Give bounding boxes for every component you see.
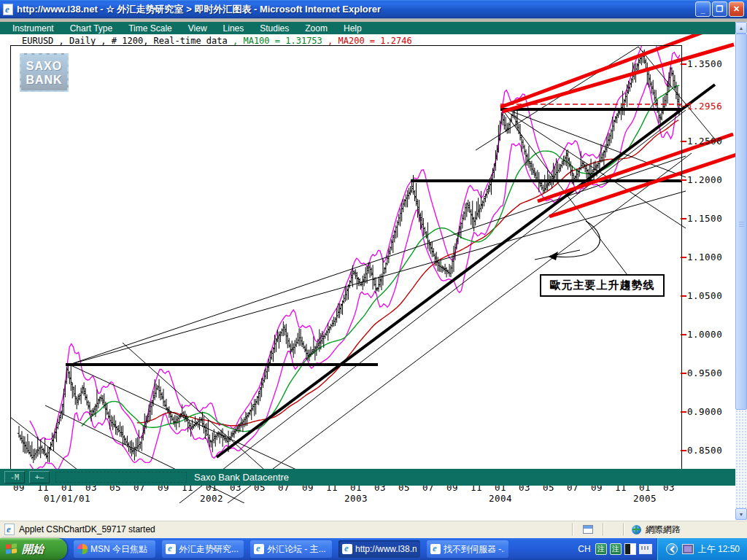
y-axis-tick-label: 1.1500 bbox=[687, 213, 722, 224]
menu-time-scale[interactable]: Time Scale bbox=[120, 23, 180, 34]
close-button[interactable]: ✕ bbox=[729, 1, 744, 17]
taskbar-item-server-not-found[interactable]: 找不到伺服器 -... bbox=[427, 540, 508, 558]
y-axis-tick-label: 0.9500 bbox=[687, 368, 722, 378]
menu-view[interactable]: View bbox=[180, 23, 215, 34]
hide-icons-chevron-icon[interactable] bbox=[666, 543, 678, 555]
x-axis-year-label: 01/01/01 bbox=[38, 493, 96, 504]
x-axis-year-label: 2002 bbox=[182, 493, 241, 504]
vertical-scrollbar[interactable]: ▲ ▼ bbox=[735, 22, 747, 520]
y-axis-tick-label: 0.9000 bbox=[687, 406, 722, 417]
window-title: http://www.l38.net - ☆ 外汇走势研究室 > 即时外汇图表 … bbox=[17, 3, 695, 16]
applet-status-icon bbox=[4, 524, 15, 535]
x-axis-year-label: 2003 bbox=[327, 493, 385, 504]
ie-icon bbox=[254, 544, 264, 554]
globe-icon bbox=[632, 525, 641, 534]
title-bar[interactable]: http://www.l38.net - ☆ 外汇走势研究室 > 即时外汇图表 … bbox=[0, 0, 747, 18]
instrument-label: EURUSD , Daily , # 1200, Real-time data bbox=[22, 36, 233, 46]
y-axis-tick-label: 1.0500 bbox=[687, 290, 722, 301]
crosshair-tool-button[interactable]: +— bbox=[29, 471, 50, 483]
chart-header: EURUSD , Daily , # 1200, Real-time data … bbox=[22, 36, 412, 46]
chart-area[interactable]: EURUSD , Daily , # 1200, Real-time data … bbox=[0, 34, 735, 503]
restore-button[interactable]: ❐ bbox=[712, 1, 727, 17]
x-axis-year-label: 2005 bbox=[616, 493, 674, 504]
taskbar-clock: 上午 12:50 bbox=[698, 543, 740, 556]
keyboard-icon[interactable] bbox=[639, 544, 652, 554]
ime-halfwidth-icon[interactable] bbox=[624, 543, 636, 555]
y-axis-tick-label: 1.3500 bbox=[687, 58, 722, 69]
taskbar-item-msn[interactable]: MSN 今日焦點 bbox=[74, 540, 155, 558]
ie-window: http://www.l38.net - ☆ 外汇走势研究室 > 即时外汇图表 … bbox=[0, 0, 747, 560]
scroll-up-arrow-icon[interactable]: ▲ bbox=[735, 22, 747, 34]
taskbar-item-forex-research[interactable]: 外汇走势研究... bbox=[162, 540, 244, 558]
language-indicator[interactable]: CH bbox=[578, 544, 590, 554]
menu-instrument[interactable]: Instrument bbox=[4, 23, 62, 34]
taskbar-item-forex-forum[interactable]: 外汇论坛 - 主... bbox=[250, 540, 332, 558]
scroll-down-arrow-icon[interactable]: ▼ bbox=[735, 508, 747, 520]
applet-status-bar: -M +— Saxo Bank Datacentre bbox=[0, 469, 735, 486]
menu-studies[interactable]: Studies bbox=[252, 23, 297, 34]
y-axis-tick-label: 1.0000 bbox=[687, 329, 722, 340]
y-axis-tick-label: 1.2500 bbox=[687, 136, 722, 147]
status-message: Applet CShChartDK_59717 started bbox=[19, 524, 155, 534]
status-panel-window bbox=[573, 521, 603, 537]
ie-page-icon bbox=[3, 4, 13, 15]
network-monitor-icon[interactable] bbox=[682, 544, 694, 554]
menu-lines[interactable]: Lines bbox=[215, 23, 252, 34]
trend-annotation-box: 歐元主要上升趨勢线 bbox=[540, 274, 665, 297]
taskbar-item-l38-active[interactable]: http://www.l38.n... bbox=[338, 540, 420, 558]
logo-line-2: BANK bbox=[26, 73, 62, 87]
security-zone-panel: 網際網路 bbox=[624, 521, 747, 537]
menu-chart-type[interactable]: Chart Type bbox=[62, 23, 120, 34]
datacentre-label: Saxo Bank Datacentre bbox=[194, 472, 289, 483]
system-tray: 上午 12:50 bbox=[657, 538, 747, 560]
scrollbar-thumb[interactable] bbox=[735, 34, 747, 410]
minimize-button[interactable]: _ bbox=[695, 1, 711, 17]
saxo-bank-logo: SAXO BANK bbox=[20, 53, 69, 92]
language-bar: CH 注 注 bbox=[573, 543, 656, 555]
status-panel-empty bbox=[604, 521, 623, 537]
y-axis-tick-label: 1.1000 bbox=[687, 252, 722, 262]
y-axis-tick-label: 0.8500 bbox=[687, 445, 722, 456]
logo-line-1: SAXO bbox=[26, 59, 62, 73]
y-axis-tick-label: 1.2956 bbox=[687, 101, 722, 112]
browser-status-bar: Applet CShChartDK_59717 started 網際網路 bbox=[0, 520, 747, 538]
taskbar: 開始 MSN 今日焦點 外汇走势研究... 外汇论坛 - 主... http:/… bbox=[0, 538, 747, 560]
ie-icon bbox=[342, 544, 352, 554]
menu-help[interactable]: Help bbox=[336, 23, 370, 34]
ime-icon-2[interactable]: 注 bbox=[610, 543, 622, 555]
zone-label: 網際網路 bbox=[646, 524, 681, 536]
menu-zoom[interactable]: Zoom bbox=[297, 23, 336, 34]
applet-menu-bar: Instrument Chart Type Time Scale View Li… bbox=[0, 22, 747, 34]
msn-butterfly-icon bbox=[77, 544, 88, 554]
x-axis-year-label: 2004 bbox=[471, 493, 530, 504]
window-mini-icon bbox=[583, 525, 593, 534]
ma200-label: , MA200 = 1.2746 bbox=[328, 36, 412, 46]
price-chart-canvas[interactable] bbox=[0, 34, 735, 503]
start-button[interactable]: 開始 bbox=[0, 538, 67, 560]
start-label: 開始 bbox=[22, 542, 44, 556]
ie-icon bbox=[430, 544, 441, 554]
ma100-label: , MA100 = 1.31753 bbox=[233, 36, 328, 46]
y-axis-tick-label: 1.2000 bbox=[687, 174, 722, 185]
windows-logo-icon bbox=[6, 543, 18, 556]
marker-tool-button[interactable]: -M bbox=[4, 471, 25, 483]
ie-icon bbox=[166, 544, 176, 554]
ime-icon-1[interactable]: 注 bbox=[595, 543, 607, 555]
status-recess-panel bbox=[55, 472, 187, 483]
